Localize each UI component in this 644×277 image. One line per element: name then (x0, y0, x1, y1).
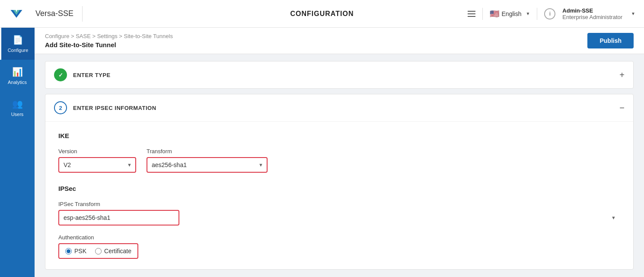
auth-certificate-option[interactable]: Certificate (95, 248, 131, 254)
enter-type-header[interactable]: ✓ ENTER TYPE + (45, 61, 633, 88)
user-info: Admin-SSE Enterprise Administrator (562, 7, 622, 20)
logo-area: Versa-SSE (9, 6, 83, 22)
enter-ipsec-header[interactable]: 2 ENTER IPSEC INFORMATION − (45, 94, 633, 121)
version-form-group: Version V2 V1 ▼ (58, 148, 136, 173)
language-selector[interactable]: 🇺🇸 English ▼ (490, 9, 530, 19)
header-title: CONFIGURATION (290, 10, 354, 18)
ipsec-transform-group: IPSec Transform esp-aes256-sha1 esp-aes1… (58, 201, 620, 225)
auth-psk-radio[interactable] (65, 248, 72, 254)
enter-type-toggle[interactable]: + (619, 70, 625, 80)
content-area: ✓ ENTER TYPE + 2 ENTER IPSEC INFORMATION (35, 54, 644, 277)
auth-psk-label: PSK (74, 248, 86, 254)
step-number: 2 (59, 105, 62, 111)
user-chevron-icon[interactable]: ▼ (631, 11, 635, 16)
ike-form-row: Version V2 V1 ▼ Transform (58, 148, 620, 173)
breadcrumb: Configure > SASE > Settings > Site-to-Si… (45, 33, 173, 39)
top-bar: Configure > SASE > Settings > Site-to-Si… (35, 28, 644, 54)
ipsec-transform-arrow-icon: ▼ (611, 215, 616, 220)
transform-label: Transform (147, 148, 268, 155)
header: Versa-SSE CONFIGURATION 🇺🇸 English ▼ i A… (0, 0, 644, 28)
menu-icon (468, 11, 475, 17)
user-role: Enterprise Administrator (562, 14, 622, 20)
enter-ipsec-header-left: 2 ENTER IPSEC INFORMATION (54, 101, 156, 114)
analytics-icon: 📊 (12, 67, 23, 77)
auth-certificate-radio[interactable] (95, 248, 102, 254)
enter-ipsec-section: 2 ENTER IPSEC INFORMATION − IKE Version (45, 94, 634, 270)
menu-icon-button[interactable] (468, 11, 475, 17)
ipsec-transform-select-wrapper: esp-aes256-sha1 esp-aes128-sha1 esp-3des… (58, 210, 620, 225)
enter-type-title: ENTER TYPE (73, 72, 111, 78)
configure-icon: 📄 (13, 35, 23, 45)
sidebar-configure-label: Configure (8, 48, 29, 53)
transform-select[interactable]: aes256-sha1 aes128-sha1 3des-sha1 (147, 157, 268, 173)
ipsec-section-title: IPSec (58, 185, 620, 192)
checkmark-icon: ✓ (58, 72, 63, 78)
user-name: Admin-SSE (562, 7, 622, 14)
enter-type-section: ✓ ENTER TYPE + (45, 61, 634, 89)
header-right: 🇺🇸 English ▼ i Admin-SSE Enterprise Admi… (468, 7, 635, 20)
sidebar-analytics-label: Analytics (8, 80, 27, 85)
sidebar-item-configure[interactable]: 📄 Configure (0, 28, 35, 60)
version-select-wrapper: V2 V1 ▼ (58, 157, 136, 173)
versa-logo-icon (9, 6, 24, 22)
enter-type-badge: ✓ (54, 68, 67, 81)
auth-label: Authentication (58, 234, 620, 241)
ipsec-sub-section: IPSec IPSec Transform esp-aes256-sha1 es… (58, 185, 620, 259)
svg-rect-3 (468, 13, 475, 14)
enter-ipsec-title: ENTER IPSEC INFORMATION (73, 105, 156, 111)
version-select[interactable]: V2 V1 (58, 157, 136, 173)
svg-rect-4 (468, 16, 475, 17)
app-title: Versa-SSE (35, 9, 73, 18)
info-icon[interactable]: i (544, 8, 555, 19)
main-content: Configure > SASE > Settings > Site-to-Si… (35, 28, 644, 277)
users-icon: 👥 (12, 99, 23, 109)
version-label: Version (58, 148, 136, 155)
flag-icon: 🇺🇸 (490, 9, 499, 19)
auth-psk-option[interactable]: PSK (65, 248, 86, 254)
transform-form-group: Transform aes256-sha1 aes128-sha1 3des-s… (147, 148, 268, 173)
transform-select-wrapper: aes256-sha1 aes128-sha1 3des-sha1 ▼ (147, 157, 268, 173)
sidebar-item-users[interactable]: 👥 Users (0, 92, 35, 124)
auth-radio-group: PSK Certificate (58, 243, 138, 259)
lang-chevron-icon: ▼ (526, 11, 530, 16)
ike-section-title: IKE (58, 132, 620, 139)
header-divider (482, 8, 483, 20)
svg-rect-2 (468, 11, 475, 12)
layout: 📄 Configure 📊 Analytics 👥 Users Configur… (0, 28, 644, 277)
language-label: English (502, 10, 522, 17)
header-divider2 (537, 8, 537, 20)
auth-form-group: Authentication PSK Certificate (58, 234, 620, 259)
ipsec-form-body: IKE Version V2 V1 ▼ (45, 121, 633, 269)
auth-certificate-label: Certificate (104, 248, 131, 254)
enter-ipsec-toggle[interactable]: − (619, 103, 625, 113)
page-header-info: Configure > SASE > Settings > Site-to-Si… (45, 33, 173, 48)
ipsec-transform-select[interactable]: esp-aes256-sha1 esp-aes128-sha1 esp-3des… (58, 210, 179, 225)
sidebar-item-analytics[interactable]: 📊 Analytics (0, 60, 35, 92)
enter-type-header-left: ✓ ENTER TYPE (54, 68, 111, 81)
page-title: Add Site-to-Site Tunnel (45, 41, 173, 48)
enter-ipsec-badge: 2 (54, 101, 67, 114)
publish-button[interactable]: Publish (587, 33, 634, 48)
sidebar-users-label: Users (11, 112, 24, 117)
ipsec-transform-label: IPSec Transform (58, 201, 620, 207)
sidebar: 📄 Configure 📊 Analytics 👥 Users (0, 28, 35, 277)
